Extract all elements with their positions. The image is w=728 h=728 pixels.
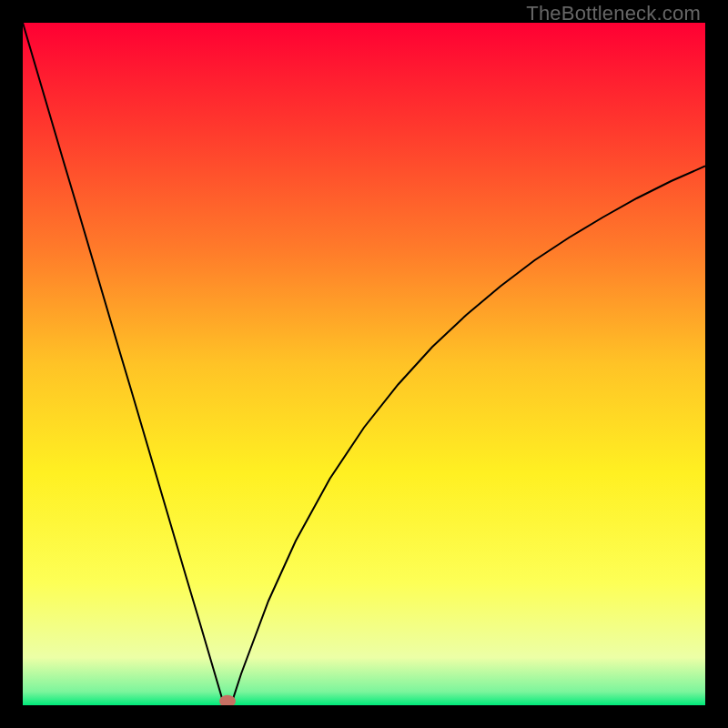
watermark-text: TheBottleneck.com [526, 2, 701, 25]
chart-svg [23, 23, 705, 705]
gradient-background [23, 23, 705, 705]
chart-frame [23, 23, 705, 705]
